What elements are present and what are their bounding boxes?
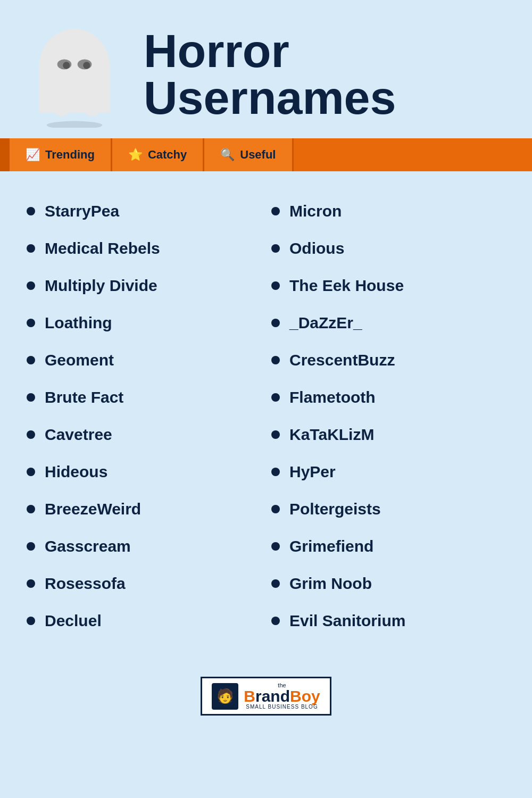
- bullet: [271, 505, 280, 513]
- item-text: Evil Sanitorium: [289, 612, 405, 630]
- list-item: Odious: [266, 230, 511, 267]
- right-accent: [294, 138, 533, 171]
- bullet: [27, 617, 35, 625]
- bullet: [27, 542, 35, 551]
- item-text: Grimefiend: [289, 537, 373, 555]
- bullet: [27, 356, 35, 364]
- item-text: Multiply Divide: [45, 277, 157, 295]
- list-item: Grimefiend: [266, 528, 511, 565]
- bullet: [271, 579, 280, 588]
- bullet: [27, 505, 35, 513]
- svg-point-5: [83, 62, 90, 69]
- bullet: [27, 281, 35, 290]
- bullet: [271, 393, 280, 402]
- title-block: Horror Usernames: [144, 28, 396, 121]
- logo-icon: 🧑: [212, 683, 238, 710]
- bullet: [271, 207, 280, 215]
- footer: 🧑 the BrandBoy SMALL BUSINESS BLOG: [0, 666, 532, 737]
- logo-brand-b: B: [244, 687, 255, 705]
- page-wrapper: Horror Usernames 📈 Trending ⭐ Catchy 🔍 U…: [0, 0, 532, 798]
- list-item: Grim Noob: [266, 565, 511, 602]
- list-item: Rosessofa: [21, 565, 266, 602]
- item-text: CrescentBuzz: [289, 351, 395, 369]
- logo-brand: BrandBoy: [244, 688, 320, 704]
- logo-box: 🧑 the BrandBoy SMALL BUSINESS BLOG: [201, 677, 331, 716]
- list-item: Micron: [266, 193, 511, 230]
- logo-brand-rest: rand: [255, 687, 290, 705]
- item-text: Geoment: [45, 351, 114, 369]
- item-text: Rosessofa: [45, 575, 126, 593]
- tab-useful[interactable]: 🔍 Useful: [204, 138, 293, 171]
- svg-rect-1: [39, 67, 110, 113]
- list-item: Medical Rebels: [21, 230, 266, 267]
- item-text: Decluel: [45, 612, 102, 630]
- bullet: [27, 393, 35, 402]
- list-item: StarryPea: [21, 193, 266, 230]
- list-item: Evil Sanitorium: [266, 602, 511, 639]
- list-item: Poltergeists: [266, 491, 511, 528]
- item-text: Odious: [289, 239, 344, 257]
- list-item: CrescentBuzz: [266, 342, 511, 379]
- left-accent: [0, 138, 10, 171]
- bullet: [271, 430, 280, 439]
- item-text: _DaZzEr_: [289, 314, 362, 332]
- svg-point-6: [47, 121, 103, 128]
- bullet: [27, 430, 35, 439]
- title-line2: Usernames: [144, 74, 396, 121]
- tab-trending-label: Trending: [45, 148, 95, 162]
- header: Horror Usernames: [0, 0, 532, 138]
- tab-catchy[interactable]: ⭐ Catchy: [112, 138, 204, 171]
- list-item: Gasscream: [21, 528, 266, 565]
- bullet: [27, 319, 35, 327]
- item-text: Medical Rebels: [45, 239, 160, 257]
- bullet: [271, 617, 280, 625]
- list-item: Hideous: [21, 453, 266, 491]
- list-item: Cavetree: [21, 416, 266, 453]
- tab-bar: 📈 Trending ⭐ Catchy 🔍 Useful: [0, 138, 532, 171]
- list-item: Multiply Divide: [21, 267, 266, 304]
- tab-trending[interactable]: 📈 Trending: [10, 138, 112, 171]
- item-text: HyPer: [289, 463, 336, 481]
- svg-point-4: [63, 62, 70, 69]
- item-text: Gasscream: [45, 537, 131, 555]
- item-text: Flametooth: [289, 388, 376, 406]
- list-item: Brute Fact: [21, 379, 266, 416]
- list-item: BreezeWeird: [21, 491, 266, 528]
- bullet: [271, 244, 280, 253]
- item-text: BreezeWeird: [45, 500, 141, 518]
- item-text: Poltergeists: [289, 500, 381, 518]
- list-item: KaTaKLizM: [266, 416, 511, 453]
- list-item: Flametooth: [266, 379, 511, 416]
- list-item: Decluel: [21, 602, 266, 639]
- item-text: Hideous: [45, 463, 107, 481]
- logo-text-block: the BrandBoy SMALL BUSINESS BLOG: [244, 683, 320, 710]
- item-text: StarryPea: [45, 202, 119, 220]
- bullet: [271, 356, 280, 364]
- useful-icon: 🔍: [220, 148, 235, 162]
- tab-catchy-label: Catchy: [148, 148, 187, 162]
- ghost-illustration: [21, 21, 128, 128]
- item-text: The Eek House: [289, 277, 404, 295]
- list-item: Geoment: [21, 342, 266, 379]
- bullet: [271, 319, 280, 327]
- item-text: KaTaKLizM: [289, 426, 374, 444]
- bullet: [27, 207, 35, 215]
- bullet: [27, 468, 35, 476]
- item-text: Grim Noob: [289, 575, 372, 593]
- list-item: HyPer: [266, 453, 511, 491]
- item-text: Brute Fact: [45, 388, 123, 406]
- list-item: _DaZzEr_: [266, 304, 511, 342]
- bullet: [27, 579, 35, 588]
- bullet: [271, 542, 280, 551]
- left-column: StarryPea Medical Rebels Multiply Divide…: [21, 193, 266, 639]
- tab-useful-label: Useful: [240, 148, 276, 162]
- bullet: [271, 468, 280, 476]
- list-item: The Eek House: [266, 267, 511, 304]
- item-text: Micron: [289, 202, 342, 220]
- logo-brand-boy: Boy: [290, 687, 320, 705]
- item-text: Cavetree: [45, 426, 112, 444]
- bullet: [271, 281, 280, 290]
- logo-sub: SMALL BUSINESS BLOG: [244, 704, 320, 710]
- bullet: [27, 244, 35, 253]
- catchy-icon: ⭐: [128, 148, 143, 162]
